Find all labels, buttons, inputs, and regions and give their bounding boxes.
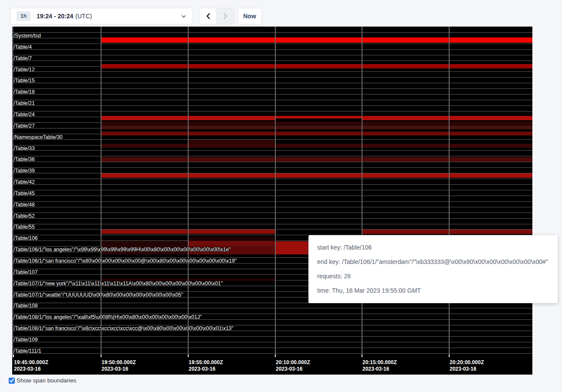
heat-band (101, 173, 532, 178)
axis-tick (101, 355, 102, 357)
row-label: /Table/45 (14, 190, 35, 196)
span-boundary-line (12, 190, 532, 190)
row-label: /Table/108/1/"los angeles"/"\xa8\xf5\u00… (14, 314, 202, 320)
row-label: /Table/21 (14, 100, 35, 106)
heat-band (362, 230, 532, 234)
range-nav-group (199, 8, 234, 24)
page: { "toolbar": { "range_badge": "1h", "ran… (0, 0, 562, 392)
heat-band (188, 237, 275, 241)
row-label: /Table/4 (14, 44, 32, 50)
row-label: /Table/52 (14, 213, 35, 219)
tick-time: 19:50:00.000Z (102, 359, 136, 366)
row-label: /Table/7 (14, 55, 32, 61)
show-span-boundaries-checkbox[interactable] (9, 378, 15, 384)
axis-tick (362, 355, 362, 357)
row-label: /Table/15 (14, 78, 35, 84)
chevron-left-icon (205, 13, 211, 20)
span-boundary-line (12, 156, 532, 156)
row-label: /Table/33 (14, 145, 35, 152)
span-boundary-line (12, 71, 532, 72)
span-boundary-line (12, 184, 532, 185)
span-boundary-line (12, 32, 532, 33)
heatmap-plot[interactable]: /System/tsd/Table/4/Table/7/Table/12/Tab… (12, 27, 532, 357)
span-boundary-line (12, 94, 532, 95)
axis-tick (449, 355, 450, 357)
tick-time: 19:55:00.000Z (189, 359, 223, 366)
heat-band (101, 157, 532, 162)
tick-date: 2023-03-16 (362, 366, 397, 372)
tick-date: 2023-03-16 (102, 366, 136, 372)
span-boundary-line (12, 201, 532, 202)
span-boundary-line (12, 83, 532, 83)
row-label: /Table/109 (14, 337, 37, 343)
span-boundary-line (12, 100, 532, 100)
row-label: /Table/111/1 (14, 348, 41, 354)
row-label: /Table/36 (14, 156, 35, 162)
tick-date: 2023-03-16 (14, 366, 48, 372)
time-axis: 19:45:00.000Z2023-03-1619:50:00.000Z2023… (12, 357, 532, 375)
tooltip-end-key: end key: /Table/106/1/"amsterdam"/"\xb33… (317, 258, 549, 266)
tick-date: 2023-03-16 (189, 366, 223, 372)
heat-band (101, 132, 532, 135)
next-range-button[interactable] (217, 8, 234, 24)
row-label: /Table/106/1/"los angeles"/"\x99\x99\x99… (14, 247, 231, 253)
span-boundary-line (12, 162, 532, 162)
time-range-selector[interactable]: 1h 19:24 - 20:24 (UTC) (10, 8, 193, 24)
row-label: /Table/27 (14, 123, 35, 129)
span-boundaries-control: Show span boundaries (9, 377, 76, 384)
key-visualizer-canvas[interactable]: /System/tsd/Table/4/Table/7/Table/12/Tab… (12, 27, 532, 375)
tooltip-time: time: Thu, 16 Mar 2023 19:55:00 GMT (317, 287, 549, 295)
range-timezone: (UTC) (75, 13, 92, 20)
heat-band (188, 140, 275, 144)
tick-time: 20:20:00.000Z (450, 359, 484, 366)
span-boundary-line (12, 150, 532, 151)
row-label: /Table/108 (14, 303, 37, 309)
span-boundary-line (12, 61, 532, 61)
row-label: /Table/48 (14, 202, 35, 208)
span-boundary-line (12, 88, 532, 89)
tick-date: 2023-03-16 (276, 366, 310, 372)
span-boundary-line (12, 224, 532, 224)
chevron-down-icon (181, 14, 186, 19)
time-gridline (449, 27, 450, 357)
heat-band (101, 125, 532, 129)
row-label: /Table/106 (14, 235, 37, 241)
heat-band (188, 241, 275, 246)
axis-tick-label: 20:15:00.000Z2023-03-16 (362, 359, 397, 372)
time-gridline (275, 27, 276, 357)
time-gridline (362, 27, 362, 357)
tick-date: 2023-03-16 (450, 366, 484, 372)
tooltip-start-key: start key: /Table/106 (317, 243, 549, 252)
tooltip-requests: requests: 28 (317, 272, 549, 280)
span-boundary-line (12, 44, 532, 44)
previous-range-button[interactable] (200, 8, 217, 24)
span-tooltip: start key: /Table/106 end key: /Table/10… (308, 235, 558, 303)
span-boundary-line (12, 196, 532, 196)
tick-time: 20:15:00.000Z (362, 359, 397, 366)
span-boundary-line (12, 179, 532, 179)
span-boundary-line (12, 353, 532, 354)
span-boundary-line (12, 308, 532, 308)
row-label: /Table/108/1/"san francisco"/"\x8c\xcc\x… (14, 325, 234, 331)
span-boundary-line (12, 218, 532, 219)
span-boundary-line (12, 55, 532, 55)
range-text: 19:24 - 20:24 (37, 13, 73, 20)
time-gridline (188, 27, 189, 357)
row-label: /Table/107/1/"new york"/"\x11\x11\x11\x1… (14, 280, 223, 287)
range-duration-badge: 1h (17, 11, 30, 21)
axis-tick (188, 355, 189, 357)
row-label: /Table/24 (14, 112, 35, 118)
row-label: /Table/42 (14, 179, 35, 185)
row-label: /Table/12 (14, 67, 35, 73)
now-button[interactable]: Now (237, 8, 262, 24)
span-boundary-line (12, 207, 532, 207)
row-label: /Table/39 (14, 168, 35, 174)
span-boundary-line (12, 213, 532, 213)
span-boundary-line (12, 105, 532, 106)
span-boundary-line (12, 77, 532, 78)
axis-tick-label: 19:45:00.000Z2023-03-16 (14, 359, 48, 372)
heat-band (101, 64, 532, 68)
axis-tick-label: 19:50:00.000Z2023-03-16 (102, 359, 136, 372)
span-boundary-line (12, 111, 532, 112)
tick-time: 20:10:00.000Z (276, 359, 310, 366)
